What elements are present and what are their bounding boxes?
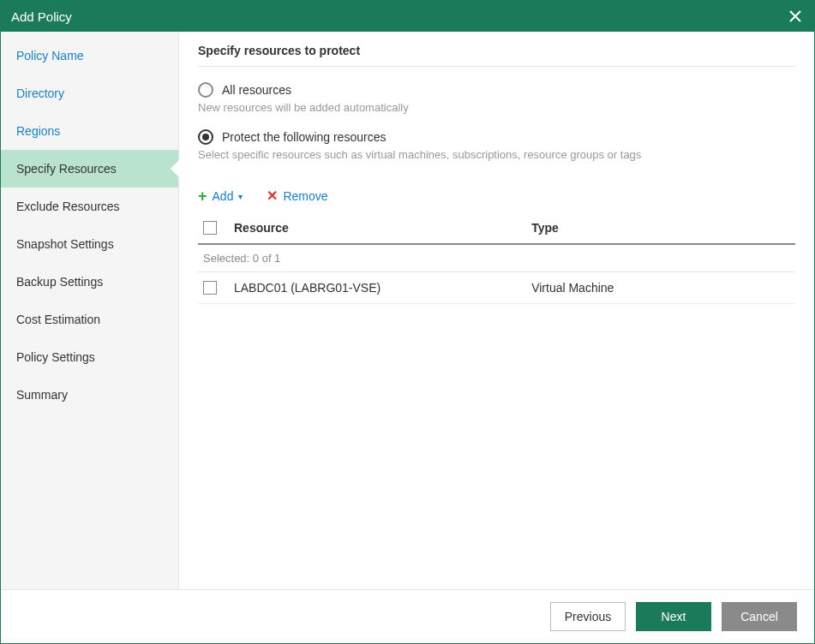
chevron-down-icon: ▾ <box>238 192 243 201</box>
selected-count: Selected: 0 of 1 <box>198 245 795 272</box>
remove-button[interactable]: ✕ Remove <box>267 188 327 204</box>
row-checkbox[interactable] <box>203 281 217 295</box>
x-icon: ✕ <box>267 189 278 203</box>
dialog-title: Add Policy <box>11 9 787 24</box>
option-specific-help: Select specific resources such as virtua… <box>198 148 795 161</box>
header-resource[interactable]: Resource <box>234 221 531 235</box>
radio-label: Protect the following resources <box>222 130 386 144</box>
resource-toolbar: + Add ▾ ✕ Remove <box>198 188 795 204</box>
radio-protect-following[interactable]: Protect the following resources <box>198 129 795 145</box>
sidebar-item-snapshot-settings[interactable]: Snapshot Settings <box>1 225 178 263</box>
cancel-button[interactable]: Cancel <box>722 602 797 631</box>
wizard-sidebar: Policy Name Directory Regions Specify Re… <box>1 32 179 589</box>
table-row[interactable]: LABDC01 (LABRG01-VSE) Virtual Machine <box>198 272 795 304</box>
add-label: Add <box>213 189 234 203</box>
cell-resource: LABDC01 (LABRG01-VSE) <box>234 281 531 295</box>
page-title: Specify resources to protect <box>198 44 795 67</box>
plus-icon: + <box>198 188 207 204</box>
cell-type: Virtual Machine <box>531 281 790 295</box>
sidebar-item-specify-resources[interactable]: Specify Resources <box>1 150 178 188</box>
sidebar-item-regions[interactable]: Regions <box>1 112 178 150</box>
sidebar-item-exclude-resources[interactable]: Exclude Resources <box>1 188 178 225</box>
sidebar-item-policy-name[interactable]: Policy Name <box>1 37 178 75</box>
titlebar: Add Policy <box>1 1 814 32</box>
table-header: Resource Type <box>198 212 795 245</box>
radio-icon <box>198 129 213 145</box>
add-policy-dialog: Add Policy Policy Name Directory Regions… <box>0 0 815 644</box>
main-panel: Specify resources to protect All resourc… <box>179 32 814 589</box>
add-button[interactable]: + Add ▾ <box>198 188 243 204</box>
option-all-resources: All resources New resources will be adde… <box>198 82 795 114</box>
sidebar-item-policy-settings[interactable]: Policy Settings <box>1 338 178 376</box>
sidebar-item-directory[interactable]: Directory <box>1 75 178 112</box>
dialog-body: Policy Name Directory Regions Specify Re… <box>1 32 814 589</box>
header-type[interactable]: Type <box>531 221 790 235</box>
sidebar-item-cost-estimation[interactable]: Cost Estimation <box>1 301 178 338</box>
dialog-footer: Previous Next Cancel <box>1 589 814 643</box>
option-all-help: New resources will be added automaticall… <box>198 101 795 114</box>
radio-icon <box>198 82 213 98</box>
resource-table: Resource Type Selected: 0 of 1 LABDC01 (… <box>198 212 795 304</box>
remove-label: Remove <box>283 189 327 203</box>
select-all-checkbox[interactable] <box>203 221 217 235</box>
next-button[interactable]: Next <box>636 602 711 631</box>
sidebar-item-backup-settings[interactable]: Backup Settings <box>1 263 178 301</box>
option-protect-following: Protect the following resources Select s… <box>198 129 795 161</box>
radio-label: All resources <box>222 83 291 97</box>
previous-button[interactable]: Previous <box>550 602 626 631</box>
sidebar-item-summary[interactable]: Summary <box>1 376 178 414</box>
close-icon[interactable] <box>787 8 804 25</box>
radio-all-resources[interactable]: All resources <box>198 82 795 98</box>
